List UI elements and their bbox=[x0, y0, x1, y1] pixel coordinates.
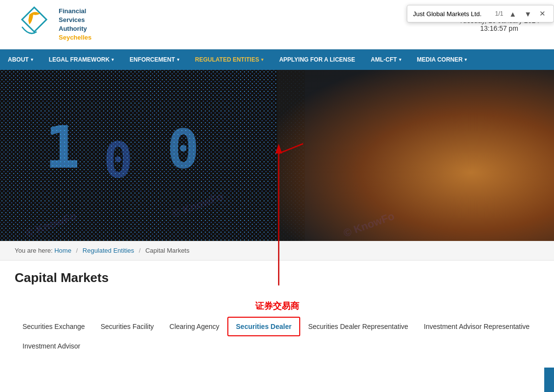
hero-right-bg bbox=[277, 70, 554, 241]
breadcrumb-current: Capital Markets bbox=[145, 247, 189, 254]
logo-area: Financial Services Authority Seychelles bbox=[15, 5, 91, 44]
tabs-area: Securities Exchange Securities Facility … bbox=[15, 317, 539, 355]
breadcrumb-home[interactable]: Home bbox=[54, 247, 71, 254]
svg-marker-0 bbox=[22, 7, 46, 32]
find-prev-button[interactable]: ▲ bbox=[507, 9, 518, 19]
zh-annotation: 证券交易商 bbox=[15, 300, 539, 312]
chevron-down-icon: ▾ bbox=[177, 57, 179, 62]
nav-item-legal[interactable]: LEGAL FRAMEWORK ▾ bbox=[41, 49, 122, 70]
led-board: 1 0 0 bbox=[0, 70, 305, 241]
tabs-row1: Securities Exchange Securities Facility … bbox=[15, 317, 539, 336]
chevron-down-icon: ▾ bbox=[31, 57, 33, 62]
tab-securities-dealer-rep[interactable]: Securities Dealer Representative bbox=[300, 318, 416, 335]
nav-item-regulated-entities[interactable]: REGULATED ENTITIES ▾ bbox=[187, 49, 271, 70]
breadcrumb: You are here: Home / Regulated Entities … bbox=[0, 241, 554, 261]
nav-item-aml[interactable]: AML-CFT ▾ bbox=[363, 49, 409, 70]
breadcrumb-regulated-entities[interactable]: Regulated Entities bbox=[83, 247, 134, 254]
chevron-down-icon: ▾ bbox=[111, 57, 114, 62]
tab-securities-facility[interactable]: Securities Facility bbox=[93, 318, 162, 335]
page-title: Capital Markets bbox=[15, 270, 539, 285]
main-content: Capital Markets 证券交易商 Securities Exchang… bbox=[0, 261, 554, 355]
nav-item-applying[interactable]: APPLYING FOR A LICENSE bbox=[271, 49, 363, 70]
tab-securities-exchange[interactable]: Securities Exchange bbox=[15, 318, 93, 335]
find-count: 1/1 bbox=[495, 10, 504, 17]
header: Financial Services Authority Seychelles … bbox=[0, 0, 554, 49]
hero-image: 1 0 0 © KnowFo © KnowFo © KnowFo bbox=[0, 70, 554, 241]
main-nav: ABOUT ▾ LEGAL FRAMEWORK ▾ ENFORCEMENT ▾ … bbox=[0, 49, 554, 70]
find-close-button[interactable]: ✕ bbox=[537, 8, 548, 19]
find-next-button[interactable]: ▼ bbox=[522, 9, 533, 19]
nav-item-enforcement[interactable]: ENFORCEMENT ▾ bbox=[122, 49, 187, 70]
tabs-row2: Investment Advisor bbox=[15, 337, 539, 355]
tab-securities-dealer[interactable]: Securities Dealer bbox=[227, 317, 301, 336]
led-dots bbox=[0, 70, 305, 241]
tab-clearing-agency[interactable]: Clearing Agency bbox=[162, 318, 227, 335]
logo-icon bbox=[15, 5, 54, 44]
nav-item-about[interactable]: ABOUT ▾ bbox=[0, 49, 41, 70]
tab-investment-advisor-rep[interactable]: Investment Advisor Representative bbox=[416, 318, 537, 335]
chevron-down-icon: ▾ bbox=[465, 57, 467, 62]
tab-investment-advisor[interactable]: Investment Advisor bbox=[15, 337, 88, 355]
chevron-down-icon: ▾ bbox=[399, 57, 401, 62]
nav-item-media[interactable]: MEDIA CORNER ▾ bbox=[409, 49, 475, 70]
chevron-down-icon: ▾ bbox=[261, 57, 264, 62]
find-input[interactable] bbox=[413, 10, 491, 18]
logo-text: Financial Services Authority Seychelles bbox=[59, 7, 91, 43]
find-bar: 1/1 ▲ ▼ ✕ bbox=[407, 5, 554, 22]
